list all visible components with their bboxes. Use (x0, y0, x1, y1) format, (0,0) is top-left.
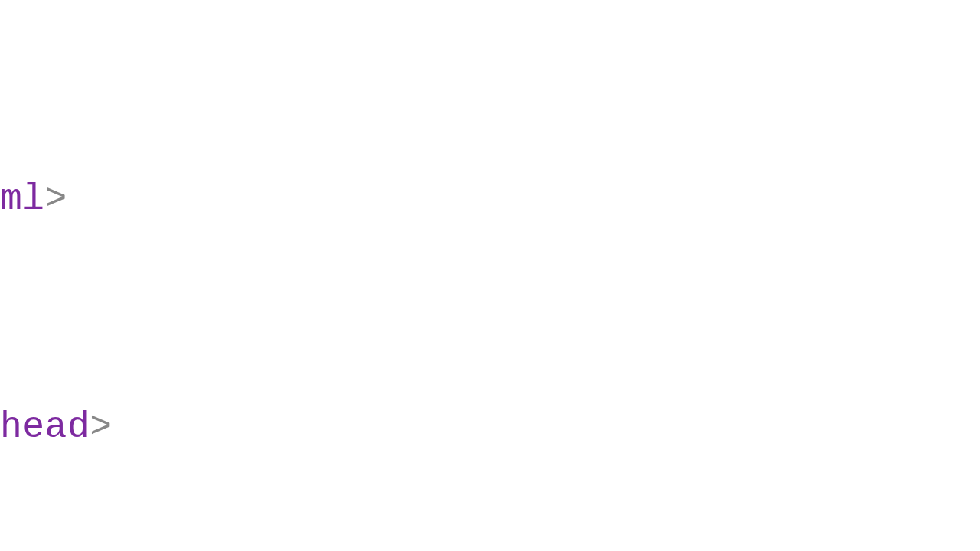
tag-name: head (0, 406, 90, 448)
angle-close: > (90, 406, 112, 448)
dom-node-head-open[interactable]: head> (0, 399, 980, 455)
tag-name: ml (0, 178, 45, 220)
devtools-dom-tree[interactable]: ml> head> <link rel="stylesheet" type="t… (0, 0, 980, 551)
angle-close: > (45, 178, 67, 220)
dom-node-html-open[interactable]: ml> (0, 171, 980, 227)
